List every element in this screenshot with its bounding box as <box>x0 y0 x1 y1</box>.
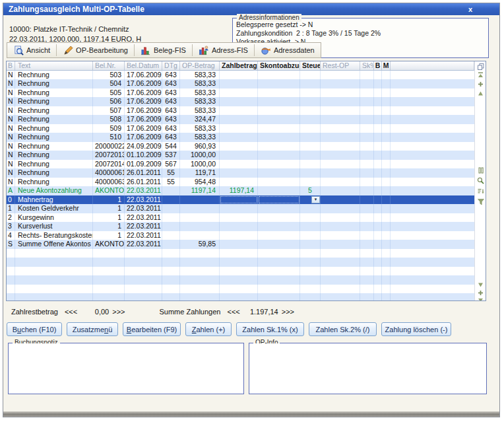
cell-datum[interactable]: 17.06.2009 /Mi <box>125 97 162 106</box>
cell-b[interactable]: 4 <box>7 231 15 240</box>
cell-zahl[interactable] <box>220 160 258 169</box>
cell-dtg[interactable]: 567 <box>162 160 180 169</box>
cell-op[interactable] <box>180 213 220 223</box>
cell-b[interactable]: N <box>7 160 15 169</box>
table-row[interactable]: ANeue AkontozahlungAKONTO22.03.2011 /Di1… <box>7 186 474 195</box>
cell-sk[interactable] <box>360 222 374 231</box>
cell-dtg[interactable] <box>162 186 180 195</box>
cell-steue[interactable] <box>300 222 321 231</box>
cell-b2[interactable] <box>374 204 382 213</box>
cell-sk[interactable] <box>360 151 374 160</box>
cell-op[interactable]: 583,33 <box>180 88 220 98</box>
cell-text[interactable]: Kosten Geldverkehr <box>15 204 93 213</box>
cell-b2[interactable] <box>374 106 382 116</box>
cell-skonto[interactable] <box>258 97 300 106</box>
cell-m[interactable] <box>382 71 391 80</box>
cell-rest[interactable] <box>321 151 360 160</box>
table-row[interactable]: NRechnung2007201301.10.2009 /Do5371000,0… <box>7 151 474 160</box>
cell-text[interactable]: Rechnung <box>15 115 93 124</box>
cell-m[interactable] <box>382 160 391 169</box>
cell-sk[interactable] <box>360 142 374 151</box>
op-info-textarea[interactable] <box>249 343 486 394</box>
scroll-top-icon[interactable] <box>477 71 484 79</box>
table-row-empty[interactable] <box>7 249 474 258</box>
table-row[interactable]: 2Kursgewinn122.03.2011 /Di <box>7 213 474 223</box>
cell-b[interactable]: A <box>7 186 15 195</box>
table-row[interactable]: NRechnung50817.06.2009 /Mi643324,47 <box>7 115 474 124</box>
cell-steue[interactable] <box>300 240 321 249</box>
cell-datum[interactable]: 17.06.2009 /Mi <box>125 133 162 142</box>
cell-b2[interactable] <box>374 151 382 160</box>
cell-text[interactable]: Rechnung <box>15 88 93 98</box>
cell-steue[interactable] <box>300 97 321 106</box>
cell-nr[interactable]: 40000061 <box>93 168 125 178</box>
cell-zahl[interactable] <box>220 106 258 116</box>
column-header-op[interactable]: OP-Betrag <box>180 61 220 70</box>
tab-adressdaten[interactable]: Adressdaten <box>255 43 321 57</box>
cell-b[interactable]: N <box>7 124 15 133</box>
cell-datum[interactable]: 17.06.2009 /Mi <box>125 88 162 98</box>
cell-zahl[interactable] <box>220 115 258 124</box>
cell-dtg[interactable]: 643 <box>162 124 180 133</box>
cell-m[interactable] <box>382 231 391 240</box>
cell-dtg[interactable] <box>162 240 180 249</box>
column-header-sk[interactable]: Sk% <box>360 61 374 70</box>
column-header-text[interactable]: Text <box>15 61 93 70</box>
cell-zahl[interactable] <box>220 88 258 98</box>
cell-b[interactable]: N <box>7 133 15 142</box>
cell-dtg[interactable] <box>162 213 180 223</box>
cell-dtg[interactable] <box>162 195 180 205</box>
column-header-zahl[interactable]: Zahlbetrag <box>220 61 258 70</box>
cell-op[interactable]: 960,93 <box>180 142 220 151</box>
cell-m[interactable] <box>382 178 391 187</box>
cell-m[interactable] <box>382 88 391 98</box>
cell-steue[interactable] <box>300 71 321 80</box>
cell-m[interactable] <box>382 133 391 142</box>
cell-m[interactable] <box>382 186 391 195</box>
cell-text[interactable]: Rechnung <box>15 71 93 80</box>
table-row[interactable]: NRechnung50717.06.2009 /Mi643583,33 <box>7 106 474 116</box>
cell-nr[interactable]: 505 <box>93 88 125 98</box>
cell-dtg[interactable]: 55 <box>162 168 180 178</box>
cell-m[interactable] <box>382 151 391 160</box>
close-button[interactable]: x <box>465 4 476 15</box>
insert-row-icon[interactable] <box>477 81 484 88</box>
cell-skonto[interactable] <box>258 240 300 249</box>
tab-beleg-fis[interactable]: Beleg-FIS <box>135 43 192 57</box>
cell-steue[interactable] <box>300 204 321 213</box>
cell-skonto[interactable] <box>258 142 300 151</box>
cell-datum[interactable]: 17.06.2009 /Mi <box>125 71 162 80</box>
cell-b[interactable]: N <box>7 178 15 187</box>
cell-dtg[interactable]: 55 <box>162 178 180 187</box>
table-row[interactable]: NRechnung4000006126.01.2011 /Mi55119,71 <box>7 168 474 178</box>
cell-nr[interactable]: 20000022 <box>93 142 125 151</box>
cell-nr[interactable]: 1 <box>93 213 125 223</box>
cell-skonto[interactable] <box>258 186 300 195</box>
cell-b2[interactable] <box>374 88 382 98</box>
cell-nr[interactable]: 20072013 <box>93 151 125 160</box>
sort-icon[interactable] <box>477 188 484 195</box>
cell-dtg[interactable]: 643 <box>162 133 180 142</box>
cell-rest[interactable] <box>321 178 360 187</box>
cell-dtg[interactable] <box>162 231 180 240</box>
column-header-datum[interactable]: Bel.Datum <box>125 61 162 70</box>
cell-dtg[interactable]: 537 <box>162 151 180 160</box>
column-header-nr[interactable]: Bel.Nr. <box>93 61 125 70</box>
cell-rest[interactable] <box>321 231 360 240</box>
cell-zahl[interactable] <box>220 178 258 187</box>
cell-rest[interactable] <box>321 79 360 88</box>
cell-skonto[interactable] <box>258 151 300 160</box>
cell-nr[interactable]: AKONTO <box>93 240 125 249</box>
cell-rest[interactable] <box>321 97 360 106</box>
cell-b2[interactable] <box>374 231 382 240</box>
tab-adress-fis[interactable]: Adress-FIS <box>193 43 254 57</box>
table-row[interactable]: NRechnung4000006326.01.2011 /Mi55954,48 <box>7 178 474 187</box>
cell-text[interactable]: Rechnung <box>15 124 93 133</box>
cell-nr[interactable]: AKONTO <box>93 186 125 195</box>
cell-b[interactable]: 2 <box>7 213 15 223</box>
cell-zahl[interactable] <box>220 79 258 88</box>
table-row[interactable]: NRechnung50617.06.2009 /Mi643583,33 <box>7 97 474 106</box>
cell-steue[interactable] <box>300 231 321 240</box>
cell-steue[interactable] <box>300 79 321 88</box>
tab-ansicht[interactable]: Ansicht <box>7 43 56 57</box>
